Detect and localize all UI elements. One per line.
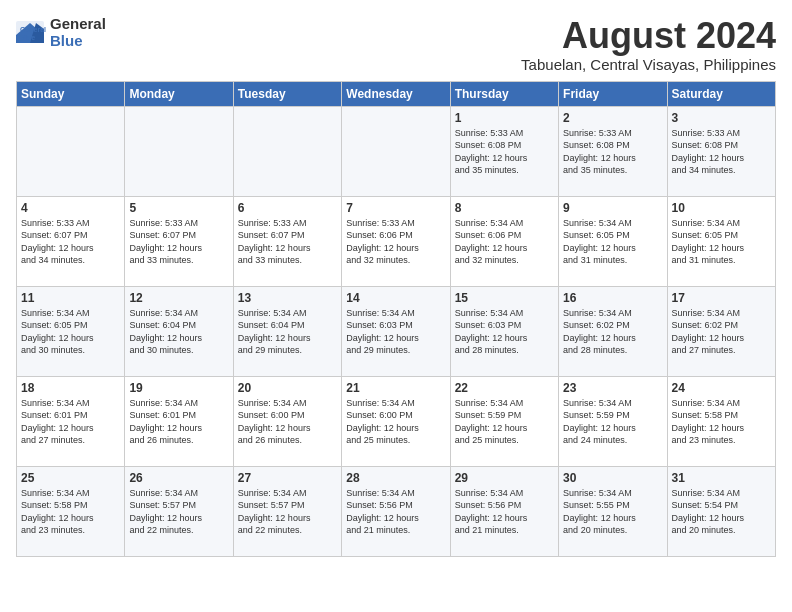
calendar-cell: 15Sunrise: 5:34 AM Sunset: 6:03 PM Dayli…	[450, 286, 558, 376]
calendar-cell: 3Sunrise: 5:33 AM Sunset: 6:08 PM Daylig…	[667, 106, 775, 196]
logo-line1: General	[50, 16, 106, 33]
day-info: Sunrise: 5:33 AM Sunset: 6:07 PM Dayligh…	[238, 217, 337, 267]
day-info: Sunrise: 5:34 AM Sunset: 6:04 PM Dayligh…	[238, 307, 337, 357]
day-info: Sunrise: 5:34 AM Sunset: 6:03 PM Dayligh…	[346, 307, 445, 357]
day-number: 4	[21, 201, 120, 215]
day-info: Sunrise: 5:34 AM Sunset: 5:56 PM Dayligh…	[455, 487, 554, 537]
day-info: Sunrise: 5:34 AM Sunset: 5:59 PM Dayligh…	[455, 397, 554, 447]
day-info: Sunrise: 5:34 AM Sunset: 5:57 PM Dayligh…	[129, 487, 228, 537]
day-number: 26	[129, 471, 228, 485]
day-number: 8	[455, 201, 554, 215]
calendar-cell: 17Sunrise: 5:34 AM Sunset: 6:02 PM Dayli…	[667, 286, 775, 376]
calendar-cell: 23Sunrise: 5:34 AM Sunset: 5:59 PM Dayli…	[559, 376, 667, 466]
calendar-table: SundayMondayTuesdayWednesdayThursdayFrid…	[16, 81, 776, 557]
calendar-cell: 25Sunrise: 5:34 AM Sunset: 5:58 PM Dayli…	[17, 466, 125, 556]
day-info: Sunrise: 5:34 AM Sunset: 6:00 PM Dayligh…	[346, 397, 445, 447]
day-info: Sunrise: 5:34 AM Sunset: 6:01 PM Dayligh…	[129, 397, 228, 447]
month-year-title: August 2024	[521, 16, 776, 56]
logo-line2: Blue	[50, 33, 106, 50]
calendar-cell: 13Sunrise: 5:34 AM Sunset: 6:04 PM Dayli…	[233, 286, 341, 376]
calendar-cell	[17, 106, 125, 196]
day-number: 13	[238, 291, 337, 305]
day-number: 21	[346, 381, 445, 395]
day-info: Sunrise: 5:33 AM Sunset: 6:06 PM Dayligh…	[346, 217, 445, 267]
location-subtitle: Tabuelan, Central Visayas, Philippines	[521, 56, 776, 73]
day-number: 23	[563, 381, 662, 395]
day-info: Sunrise: 5:34 AM Sunset: 5:59 PM Dayligh…	[563, 397, 662, 447]
day-info: Sunrise: 5:34 AM Sunset: 6:00 PM Dayligh…	[238, 397, 337, 447]
day-info: Sunrise: 5:34 AM Sunset: 6:05 PM Dayligh…	[21, 307, 120, 357]
day-info: Sunrise: 5:33 AM Sunset: 6:07 PM Dayligh…	[21, 217, 120, 267]
title-block: August 2024 Tabuelan, Central Visayas, P…	[521, 16, 776, 73]
day-info: Sunrise: 5:33 AM Sunset: 6:08 PM Dayligh…	[672, 127, 771, 177]
calendar-cell: 21Sunrise: 5:34 AM Sunset: 6:00 PM Dayli…	[342, 376, 450, 466]
svg-text:Blue: Blue	[20, 34, 35, 41]
day-info: Sunrise: 5:34 AM Sunset: 6:02 PM Dayligh…	[563, 307, 662, 357]
day-number: 10	[672, 201, 771, 215]
day-info: Sunrise: 5:34 AM Sunset: 6:03 PM Dayligh…	[455, 307, 554, 357]
calendar-cell: 20Sunrise: 5:34 AM Sunset: 6:00 PM Dayli…	[233, 376, 341, 466]
day-number: 25	[21, 471, 120, 485]
calendar-cell: 6Sunrise: 5:33 AM Sunset: 6:07 PM Daylig…	[233, 196, 341, 286]
day-number: 6	[238, 201, 337, 215]
calendar-cell: 7Sunrise: 5:33 AM Sunset: 6:06 PM Daylig…	[342, 196, 450, 286]
calendar-cell: 30Sunrise: 5:34 AM Sunset: 5:55 PM Dayli…	[559, 466, 667, 556]
day-info: Sunrise: 5:34 AM Sunset: 5:58 PM Dayligh…	[672, 397, 771, 447]
calendar-cell: 9Sunrise: 5:34 AM Sunset: 6:05 PM Daylig…	[559, 196, 667, 286]
calendar-cell	[125, 106, 233, 196]
day-info: Sunrise: 5:34 AM Sunset: 5:55 PM Dayligh…	[563, 487, 662, 537]
day-header-tuesday: Tuesday	[233, 81, 341, 106]
day-number: 27	[238, 471, 337, 485]
calendar-cell: 8Sunrise: 5:34 AM Sunset: 6:06 PM Daylig…	[450, 196, 558, 286]
day-info: Sunrise: 5:34 AM Sunset: 6:02 PM Dayligh…	[672, 307, 771, 357]
calendar-cell: 29Sunrise: 5:34 AM Sunset: 5:56 PM Dayli…	[450, 466, 558, 556]
day-header-thursday: Thursday	[450, 81, 558, 106]
day-info: Sunrise: 5:34 AM Sunset: 5:56 PM Dayligh…	[346, 487, 445, 537]
day-number: 5	[129, 201, 228, 215]
day-info: Sunrise: 5:33 AM Sunset: 6:08 PM Dayligh…	[455, 127, 554, 177]
calendar-cell: 22Sunrise: 5:34 AM Sunset: 5:59 PM Dayli…	[450, 376, 558, 466]
day-number: 22	[455, 381, 554, 395]
day-header-monday: Monday	[125, 81, 233, 106]
day-info: Sunrise: 5:34 AM Sunset: 5:58 PM Dayligh…	[21, 487, 120, 537]
day-number: 3	[672, 111, 771, 125]
day-number: 15	[455, 291, 554, 305]
day-header-saturday: Saturday	[667, 81, 775, 106]
day-number: 1	[455, 111, 554, 125]
day-info: Sunrise: 5:34 AM Sunset: 5:57 PM Dayligh…	[238, 487, 337, 537]
calendar-cell: 18Sunrise: 5:34 AM Sunset: 6:01 PM Dayli…	[17, 376, 125, 466]
calendar-cell	[342, 106, 450, 196]
day-number: 9	[563, 201, 662, 215]
calendar-cell: 4Sunrise: 5:33 AM Sunset: 6:07 PM Daylig…	[17, 196, 125, 286]
day-number: 30	[563, 471, 662, 485]
calendar-cell: 27Sunrise: 5:34 AM Sunset: 5:57 PM Dayli…	[233, 466, 341, 556]
svg-text:General: General	[20, 26, 46, 33]
calendar-cell: 24Sunrise: 5:34 AM Sunset: 5:58 PM Dayli…	[667, 376, 775, 466]
day-number: 16	[563, 291, 662, 305]
calendar-cell: 1Sunrise: 5:33 AM Sunset: 6:08 PM Daylig…	[450, 106, 558, 196]
calendar-cell	[233, 106, 341, 196]
day-info: Sunrise: 5:33 AM Sunset: 6:08 PM Dayligh…	[563, 127, 662, 177]
day-info: Sunrise: 5:34 AM Sunset: 6:04 PM Dayligh…	[129, 307, 228, 357]
day-number: 17	[672, 291, 771, 305]
day-info: Sunrise: 5:34 AM Sunset: 6:05 PM Dayligh…	[563, 217, 662, 267]
day-info: Sunrise: 5:33 AM Sunset: 6:07 PM Dayligh…	[129, 217, 228, 267]
calendar-cell: 10Sunrise: 5:34 AM Sunset: 6:05 PM Dayli…	[667, 196, 775, 286]
day-number: 14	[346, 291, 445, 305]
day-number: 18	[21, 381, 120, 395]
page-header: General Blue General Blue August 2024 Ta…	[16, 16, 776, 73]
calendar-cell: 5Sunrise: 5:33 AM Sunset: 6:07 PM Daylig…	[125, 196, 233, 286]
day-header-sunday: Sunday	[17, 81, 125, 106]
day-number: 31	[672, 471, 771, 485]
day-number: 20	[238, 381, 337, 395]
day-header-friday: Friday	[559, 81, 667, 106]
day-number: 29	[455, 471, 554, 485]
calendar-cell: 12Sunrise: 5:34 AM Sunset: 6:04 PM Dayli…	[125, 286, 233, 376]
day-number: 28	[346, 471, 445, 485]
day-info: Sunrise: 5:34 AM Sunset: 6:06 PM Dayligh…	[455, 217, 554, 267]
day-number: 19	[129, 381, 228, 395]
day-header-wednesday: Wednesday	[342, 81, 450, 106]
day-info: Sunrise: 5:34 AM Sunset: 6:05 PM Dayligh…	[672, 217, 771, 267]
calendar-cell: 16Sunrise: 5:34 AM Sunset: 6:02 PM Dayli…	[559, 286, 667, 376]
day-info: Sunrise: 5:34 AM Sunset: 5:54 PM Dayligh…	[672, 487, 771, 537]
